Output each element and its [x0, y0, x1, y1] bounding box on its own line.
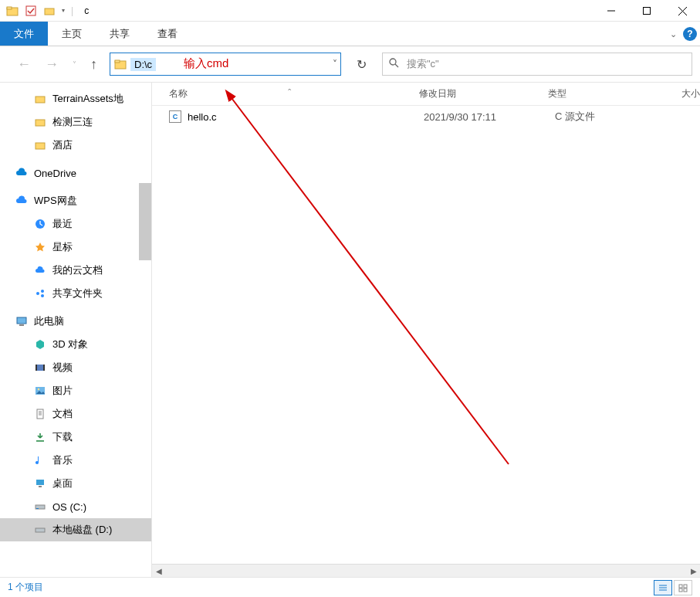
tree-item[interactable]: 文档 — [0, 402, 151, 426]
folder-icon — [6, 5, 19, 17]
minimize-button[interactable] — [593, 0, 629, 22]
tree-item[interactable]: TerrainAssets地 — [0, 87, 151, 110]
window-title: c — [84, 5, 89, 16]
drive-icon — [34, 500, 46, 513]
tree-item[interactable]: OS (C:) — [0, 495, 151, 518]
document-icon — [34, 408, 46, 420]
svg-rect-9 — [115, 60, 120, 63]
svg-point-26 — [38, 388, 39, 390]
tree-item[interactable]: 图片 — [0, 379, 151, 402]
tree-label: 下载 — [52, 430, 73, 444]
tree-label: 星标 — [52, 240, 73, 254]
tab-file[interactable]: 文件 — [0, 22, 48, 46]
tree-label: 我的云文档 — [52, 263, 103, 277]
tree-item[interactable]: 音乐 — [0, 449, 151, 472]
maximize-button[interactable] — [629, 0, 664, 22]
back-button[interactable]: ← — [17, 56, 31, 73]
svg-rect-27 — [37, 409, 43, 419]
svg-point-18 — [41, 290, 44, 293]
tree-item[interactable]: 视频 — [0, 356, 151, 379]
tree-label: TerrainAssets地 — [52, 92, 123, 106]
new-folder-icon[interactable] — [43, 5, 56, 17]
close-button[interactable] — [664, 0, 700, 22]
tree-label: 最近 — [52, 217, 73, 231]
column-type[interactable]: 类型 — [548, 87, 661, 100]
desktop-icon — [34, 477, 46, 490]
tree-label: 本地磁盘 (D:) — [52, 523, 112, 537]
column-size[interactable]: 大小 — [662, 87, 700, 100]
tab-share[interactable]: 共享 — [96, 22, 144, 46]
svg-point-10 — [390, 59, 396, 65]
tree-item[interactable]: 共享文件夹 — [0, 282, 151, 305]
svg-rect-35 — [36, 508, 39, 509]
sidebar-scrollbar[interactable] — [139, 183, 151, 260]
file-list-pane: 名称 ˆ 修改日期 类型 大小 C hello.c 2021/9/30 17:1… — [152, 83, 700, 577]
svg-rect-23 — [36, 365, 37, 371]
sort-indicator-icon: ˆ — [282, 88, 296, 99]
folder-icon — [34, 93, 46, 105]
qat-separator: | — [71, 5, 73, 16]
tab-home[interactable]: 主页 — [48, 22, 96, 46]
properties-icon[interactable] — [25, 5, 37, 17]
refresh-button[interactable]: ↻ — [349, 57, 374, 72]
file-row[interactable]: C hello.c 2021/9/30 17:11 C 源文件 — [152, 106, 700, 127]
tree: TerrainAssets地 检测三连 酒店 OneDrive WPS网盘 — [0, 83, 151, 541]
column-name[interactable]: 名称 ˆ — [169, 87, 419, 100]
tab-view[interactable]: 查看 — [144, 22, 191, 46]
large-icons-view-button[interactable] — [674, 580, 692, 595]
music-icon — [34, 454, 46, 466]
qat-dropdown-icon[interactable]: ▾ — [62, 7, 65, 14]
tree-item-current-drive[interactable]: 本地磁盘 (D:) — [0, 518, 151, 541]
annotation-hint: 输入cmd — [184, 56, 228, 71]
column-date[interactable]: 修改日期 — [419, 87, 548, 100]
address-history-dropdown-icon[interactable]: ˅ — [333, 59, 337, 70]
ribbon-tabs: 文件 主页 共享 查看 ⌄ ? — [0, 22, 700, 46]
search-box[interactable]: 搜索"c" — [382, 53, 692, 76]
navigation-bar: ← → ˅ ↑ D:\c 输入cmd ˅ ↻ 搜索"c" — [0, 46, 700, 83]
tree-onedrive[interactable]: OneDrive — [0, 161, 151, 185]
cloud-icon — [15, 167, 28, 179]
download-icon — [34, 431, 46, 443]
scroll-left-icon[interactable]: ◀ — [152, 567, 165, 575]
window-controls — [593, 0, 700, 22]
tree-label: 桌面 — [52, 477, 73, 490]
cloud-icon — [34, 264, 46, 276]
tree-item[interactable]: 酒店 — [0, 134, 151, 157]
ribbon-expand-icon[interactable]: ⌄ — [670, 29, 677, 39]
computer-icon — [15, 315, 28, 327]
address-bar[interactable]: D:\c 输入cmd ˅ — [110, 53, 341, 76]
tree-item[interactable]: 桌面 — [0, 472, 151, 495]
svg-rect-40 — [679, 585, 682, 588]
navigation-pane: TerrainAssets地 检测三连 酒店 OneDrive WPS网盘 — [0, 83, 152, 577]
tree-thispc[interactable]: 此电脑 — [0, 310, 151, 333]
svg-rect-21 — [19, 324, 24, 326]
tree-label: 共享文件夹 — [52, 287, 103, 300]
details-view-button[interactable] — [654, 580, 672, 595]
tree-item[interactable]: 3D 对象 — [0, 333, 151, 356]
clock-icon — [34, 218, 46, 230]
horizontal-scrollbar[interactable]: ◀ ▶ — [152, 564, 700, 577]
file-name: hello.c — [188, 111, 217, 123]
tree-item[interactable]: 最近 — [0, 212, 151, 236]
c-file-icon: C — [169, 110, 181, 123]
svg-rect-5 — [644, 8, 651, 15]
tree-label: 音乐 — [52, 453, 73, 467]
address-input[interactable]: D:\c — [130, 58, 156, 71]
item-count: 1 个项目 — [8, 581, 43, 594]
cloud-icon — [15, 195, 28, 207]
tree-label: 视频 — [52, 361, 73, 375]
up-button[interactable]: ↑ — [90, 56, 97, 73]
svg-rect-36 — [36, 528, 45, 532]
tree-wps[interactable]: WPS网盘 — [0, 189, 151, 212]
forward-button[interactable]: → — [45, 56, 59, 73]
help-icon[interactable]: ? — [683, 27, 697, 41]
tree-item[interactable]: 检测三连 — [0, 110, 151, 134]
tree-item[interactable]: 下载 — [0, 426, 151, 449]
scroll-right-icon[interactable]: ▶ — [687, 567, 700, 575]
tree-label: OneDrive — [34, 168, 76, 179]
tree-item[interactable]: 我的云文档 — [0, 259, 151, 282]
statusbar: 1 个项目 — [0, 577, 700, 597]
svg-rect-3 — [45, 8, 54, 15]
recent-dropdown-icon[interactable]: ˅ — [73, 60, 76, 69]
tree-item[interactable]: 星标 — [0, 236, 151, 259]
